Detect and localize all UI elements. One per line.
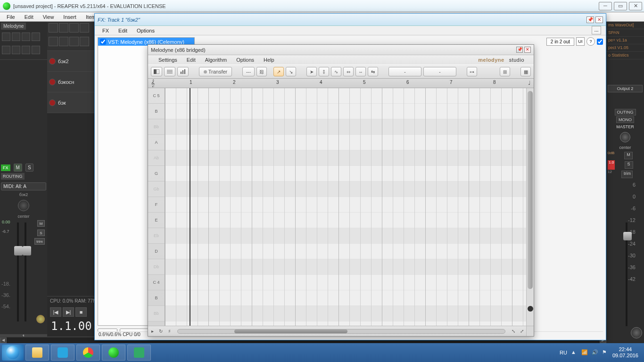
master-fader-cap[interactable] (623, 232, 632, 240)
taskbar-clock[interactable]: 22:44 09.07.2016 (612, 346, 638, 359)
pin-icon[interactable]: 📌 (586, 16, 594, 23)
modulation-tool-icon[interactable]: ∿ (331, 67, 341, 76)
tool-icon[interactable] (12, 46, 20, 54)
minimize-button[interactable]: ─ (599, 2, 612, 10)
flag-icon[interactable]: ▸ (148, 328, 157, 335)
piano-key[interactable]: B (148, 290, 165, 306)
correction-icon[interactable]: ⊶ (467, 67, 477, 76)
io-config[interactable]: 2 in 2 out (546, 38, 574, 46)
pan-knob[interactable] (18, 200, 29, 211)
fx-menu-options[interactable]: Options (132, 28, 159, 33)
toolbar-icon[interactable] (49, 37, 58, 46)
toolbar-icon[interactable] (69, 23, 79, 33)
track-row[interactable]: бэк (47, 92, 94, 113)
melodyne-ruler[interactable]: 𝄞 ♩ 1 2 3 4 5 6 7 8 (148, 79, 534, 88)
record-icon[interactable] (49, 99, 56, 106)
tempo-field[interactable]: --- (242, 67, 255, 76)
toolbar-icon[interactable] (69, 37, 79, 46)
tray-action-icon[interactable]: ⚑ (602, 349, 609, 356)
routing-button[interactable]: ROUTING (1, 173, 25, 180)
midi-selector[interactable]: MIDI: All: A (1, 182, 46, 190)
plugin-slot[interactable]: pe+ v1.1a (606, 37, 644, 44)
scroll-left-icon[interactable]: ◀ (0, 337, 7, 343)
piano-key[interactable]: Eb (148, 228, 165, 244)
taskbar-teamviewer[interactable] (51, 345, 74, 361)
arrow-tool-icon[interactable]: ➤ (306, 67, 317, 76)
fader-cap[interactable] (14, 246, 23, 255)
ms-s[interactable]: S (25, 164, 33, 172)
more-button[interactable]: ... (592, 26, 601, 34)
piano-key[interactable]: B (148, 104, 165, 119)
melodyne-hscroll[interactable]: ▸ ↻ ♯ ⤡ ⤢ (148, 326, 526, 336)
taskbar-chrome[interactable] (76, 345, 100, 361)
plugin-slot[interactable]: o Statistics (606, 52, 644, 59)
master-pan-knob[interactable] (620, 132, 630, 142)
fader-cap-2[interactable] (23, 246, 31, 255)
plugin-slot[interactable]: pect V1.05 (606, 44, 644, 52)
piano-key-column[interactable]: C 5BBbAAbGGbFEEbDDbC 4BBb (148, 88, 165, 326)
mel-menu-options[interactable]: Options (231, 57, 259, 63)
taskbar-app[interactable] (127, 345, 151, 361)
melodyne-tab[interactable]: Melodyne (1, 23, 26, 30)
track-row[interactable]: бэкосн (47, 72, 94, 92)
tool-icon[interactable] (12, 33, 20, 41)
menu-file[interactable]: File (2, 14, 20, 20)
toolbar-icon[interactable] (59, 37, 68, 46)
toolbar-icon[interactable] (49, 23, 58, 33)
amplitude-tool-icon[interactable]: ↔ (355, 67, 366, 76)
plugin-slot[interactable]: ms WaveOut] (606, 22, 644, 29)
cycle-icon[interactable]: ↻ (157, 328, 165, 335)
formant-tool-icon[interactable]: ⇔ (343, 67, 354, 76)
ms-m[interactable]: M (14, 164, 22, 172)
fx-menu-fx[interactable]: FX (98, 28, 114, 33)
output-selector[interactable]: Output 2 (608, 85, 643, 92)
cents-display[interactable]: - (423, 67, 456, 76)
master-knob-2[interactable] (631, 327, 642, 338)
clef-icon[interactable]: 𝄞 (151, 79, 155, 87)
toolbar-icon[interactable] (80, 37, 89, 46)
transfer-button[interactable]: Transfer (199, 67, 232, 76)
playhead[interactable] (190, 88, 190, 326)
main-tool-icon[interactable]: ↗ (273, 67, 284, 76)
language-indicator[interactable]: RU (560, 350, 567, 355)
zoom-handle-icon[interactable] (528, 306, 533, 312)
piano-key[interactable]: G (148, 166, 165, 181)
view-toggle-3-icon[interactable] (177, 67, 189, 76)
mel-pin-icon[interactable]: 📌 (516, 47, 523, 53)
timing-tool-icon[interactable]: ⇆ (368, 67, 378, 76)
vscroll-thumb[interactable] (528, 91, 533, 289)
help-button[interactable]: ? (586, 37, 595, 46)
maximize-button[interactable]: ▭ (614, 2, 627, 10)
master-mute[interactable]: M (624, 152, 633, 159)
menu-edit[interactable]: Edit (20, 14, 38, 20)
master-trim[interactable]: trim (621, 171, 633, 178)
main-titlebar[interactable]: [unsaved project] - REAPER v5.211/x64 - … (0, 0, 644, 12)
start-button[interactable] (2, 345, 24, 361)
ui-toggle[interactable]: UI (576, 37, 585, 46)
mel-menu-settings[interactable]: Settings (154, 57, 182, 63)
toolbar-icon[interactable] (80, 23, 89, 33)
tool-icon[interactable] (32, 33, 40, 41)
mel-menu-help[interactable]: Help (259, 57, 279, 63)
mono-badge[interactable]: MONO (616, 116, 634, 123)
tray-volume-icon[interactable]: 🔊 (592, 349, 598, 356)
taskbar-explorer[interactable] (25, 345, 49, 361)
stop-button[interactable]: ■ (75, 307, 87, 317)
grid-icon[interactable]: ▦ (520, 67, 531, 76)
forward-button[interactable]: ▶| (63, 307, 74, 317)
hscroll-track[interactable] (177, 329, 505, 334)
close-button[interactable]: ✕ (629, 2, 642, 10)
menu-view[interactable]: View (38, 14, 59, 20)
note-icon[interactable]: ♩ (528, 80, 531, 86)
piano-key[interactable]: C 5 (148, 88, 165, 104)
tool-icon[interactable] (22, 33, 30, 41)
snap-icon[interactable]: ⊞ (500, 67, 510, 76)
fx-menu-edit[interactable]: Edit (114, 28, 132, 33)
record-icon[interactable] (49, 58, 56, 65)
melodyne-vscroll[interactable] (526, 88, 534, 326)
piano-key[interactable]: Gb (148, 181, 165, 197)
melodyne-editor[interactable]: C 5BBbAAbGGbFEEbDDbC 4BBb (148, 88, 526, 326)
pitch-tool-icon[interactable]: ‡ (319, 67, 329, 76)
tray-network-icon[interactable]: 📶 (581, 349, 588, 356)
resize-icon[interactable]: ⤢ (518, 328, 526, 335)
